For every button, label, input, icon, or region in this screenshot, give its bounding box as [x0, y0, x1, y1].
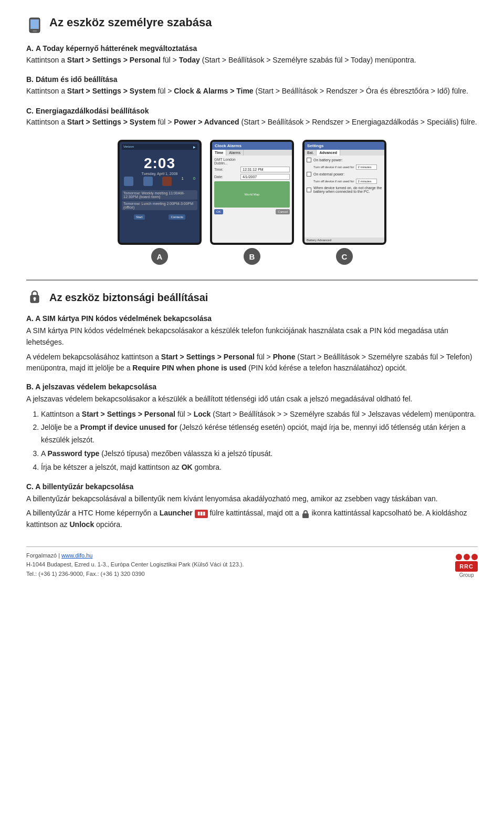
phone-b-time-val: 12:31:12 PM: [240, 167, 290, 172]
section2-title: Az eszköz biztonsági beállításai: [49, 292, 208, 304]
security-b-item2: Jelölje be a Prompt if device unused for…: [41, 421, 478, 447]
section2-header: Az eszköz biztonsági beállításai: [26, 289, 478, 306]
security-a-label: A. A SIM kártya PIN kódos védelmének bek…: [26, 314, 478, 323]
phone-b-row1: GMT London Dublin...: [214, 158, 290, 165]
phone-b-date-val: 4/1/2007: [240, 174, 290, 180]
section-c-label: C.: [26, 107, 34, 115]
svg-rect-2: [33, 30, 37, 32]
security-c-label: C. A billentyűzár bekapcsolása: [26, 482, 478, 491]
phone-a-icon3: [162, 177, 172, 186]
footer-left: Forgalmazó | www.difo.hu H-1044 Budapest…: [26, 551, 244, 579]
phone-c-combo2: 2 minutes: [356, 179, 377, 184]
section-b-text: B. Dátum és idő beállítása Kattintson a …: [26, 74, 478, 97]
phone-c-combo1: 2 minutes: [356, 164, 377, 170]
security-icon: [26, 289, 43, 306]
phone-b-time-label: Time:: [214, 168, 240, 171]
phone-b-date-label: Date:: [214, 175, 240, 179]
screenshots-row: Verizon ▶ 2:03 Tuesday, April 1, 2008 1 …: [26, 140, 478, 265]
lock-icon: [301, 509, 310, 519]
section-c: C. Energiagazdálkodási beállítások Katti…: [26, 106, 478, 128]
phone-c-tabs: Bat. Advanced: [304, 150, 384, 156]
phone-b-map: World Map: [214, 181, 290, 208]
footer-logo: RRC Group: [455, 554, 478, 579]
section-divider: [26, 280, 478, 281]
phone-b-btn2: Cancel: [276, 209, 290, 214]
phone-c-tab-advanced: Advanced: [317, 150, 340, 156]
svg-rect-1: [30, 19, 39, 29]
security-b-item4: Írja be kétszer a jelszót, majd kattints…: [41, 461, 478, 474]
phone-a-time: 2:03: [122, 155, 197, 172]
section-b-label: B.: [26, 75, 34, 84]
section-b: B. Dátum és idő beállítása Kattintson a …: [26, 74, 478, 97]
screenshot-c: Settings Bat. Advanced On battery power:…: [302, 140, 386, 265]
screenshot-b: Clock Alarms Time Alarms GMT London Dubl…: [210, 140, 294, 265]
screenshot-c-label: C: [336, 248, 353, 265]
footer-logo-graphic: RRC Group: [455, 554, 478, 579]
svg-rect-5: [34, 300, 36, 301]
phone-a-btn2: Contacts: [169, 214, 185, 220]
phone-b-btn1: OK: [214, 209, 223, 214]
section-a-label: A.: [26, 44, 34, 53]
phone-a-icon1: [124, 177, 133, 186]
phone-a-icon2: [143, 177, 153, 186]
security-b-list: Kattintson a Start > Settings > Personal…: [41, 408, 478, 474]
phone-b-row2: Time: 12:31:12 PM: [214, 167, 290, 172]
phone-c-screen: Settings Bat. Advanced On battery power:…: [304, 142, 384, 243]
phone-c-row3: When device turned on, do not charge the…: [307, 186, 382, 193]
phone-b-tabs: Time Alarms: [212, 150, 292, 156]
phone-b-timezone-label: GMT London Dublin...: [214, 158, 240, 165]
section-c-text: C. Energiagazdálkodási beállítások Katti…: [26, 106, 478, 128]
security-b-text1: A jelszavas védelem bekapcsolásakor a ké…: [26, 394, 478, 405]
phone-a-item2: Tomorrow: Lunch meeting 2:00PM-3:00PM (o…: [122, 201, 197, 210]
phone-c-tab-bat: Bat.: [304, 150, 317, 156]
phone-b-device: Clock Alarms Time Alarms GMT London Dubl…: [210, 140, 294, 245]
phone-c-text3: When device turned on, do not charge the…: [313, 186, 382, 193]
phone-c-check1: [307, 158, 311, 162]
section-b-title: Dátum és idő beállítása: [36, 75, 118, 84]
phone-a-screen: Verizon ▶ 2:03 Tuesday, April 1, 2008 1 …: [120, 142, 200, 243]
security-section-c: C. A billentyűzár bekapcsolása A billent…: [26, 482, 478, 531]
footer-address1: H-1044 Budapest, Ezred u. 1-3., Európa C…: [26, 561, 244, 567]
phone-b-topbar: Clock Alarms: [212, 142, 292, 150]
security-section-b: B. A jelszavas védelem bekapcsolása A je…: [26, 383, 478, 474]
security-b-item1: Kattintson a Start > Settings > Personal…: [41, 408, 478, 421]
screenshot-a: Verizon ▶ 2:03 Tuesday, April 1, 2008 1 …: [118, 140, 202, 265]
footer-label: Forgalmazó |: [26, 552, 61, 559]
section-a: A. A Today képernyő hátterének megváltoz…: [26, 43, 478, 66]
footer-address2: Tel.: (+36 1) 236-9000, Fax.: (+36 1) 32…: [26, 571, 145, 577]
screenshot-a-label: A: [151, 248, 168, 265]
security-section-a: A. A SIM kártya PIN kódos védelmének bek…: [26, 314, 478, 374]
phone-b-tab-alarms: Alarms: [226, 150, 244, 156]
phone-b-screen: Clock Alarms Time Alarms GMT London Dubl…: [212, 142, 292, 243]
security-b-label: B. A jelszavas védelem bekapcsolása: [26, 383, 478, 391]
phone-c-row2: On external power:: [307, 172, 382, 177]
phone-a-items: Tomorrow: Weekly meeting 11:00AM-12:30PM…: [122, 190, 197, 211]
footer-link[interactable]: www.difo.hu: [61, 552, 92, 559]
phone-a-bottom: Start Contacts: [122, 214, 197, 220]
footer: Forgalmazó | www.difo.hu H-1044 Budapest…: [26, 546, 478, 579]
phone-b-content: GMT London Dublin... Time: 12:31:12 PM D…: [212, 156, 292, 243]
phone-c-combo-row2: Turn off device if not used for 2 minute…: [313, 179, 382, 184]
phone-c-topbar: Settings: [304, 142, 384, 150]
svg-rect-6: [302, 513, 309, 518]
phone-c-check3: [307, 188, 311, 192]
phone-a-icons: 1 0: [122, 175, 197, 187]
section-c-title: Energiagazdálkodási beállítások: [36, 107, 149, 115]
rrc-logo-sub: Group: [459, 572, 474, 579]
phone-c-check2: [307, 172, 311, 177]
phone-c-row1: On battery power:: [307, 158, 382, 162]
section-a-text: A. A Today képernyő hátterének megváltoz…: [26, 43, 478, 66]
screenshot-b-label: B: [244, 248, 260, 265]
phone-c-device: Settings Bat. Advanced On battery power:…: [302, 140, 386, 245]
phone-a-device: Verizon ▶ 2:03 Tuesday, April 1, 2008 1 …: [118, 140, 202, 245]
phone-a-item1: Tomorrow: Weekly meeting 11:00AM-12:30PM…: [122, 190, 197, 200]
phone-personalize-icon: [26, 17, 43, 34]
security-c-text2: A billentyűzár a HTC Home képernyőn a La…: [26, 508, 478, 530]
security-b-item3: A Password type (Jelszó típusa) mezőben …: [41, 448, 478, 460]
phone-c-text2: On external power:: [313, 172, 382, 176]
phone-c-text1: On battery power:: [313, 158, 382, 162]
security-a-text1: A SIM kártya PIN kódos védelmének bekapc…: [26, 325, 478, 348]
phone-b-tab-time: Time: [212, 150, 226, 156]
phone-a-btn1: Start: [134, 214, 145, 220]
rrc-logo-text: RRC: [455, 561, 478, 572]
